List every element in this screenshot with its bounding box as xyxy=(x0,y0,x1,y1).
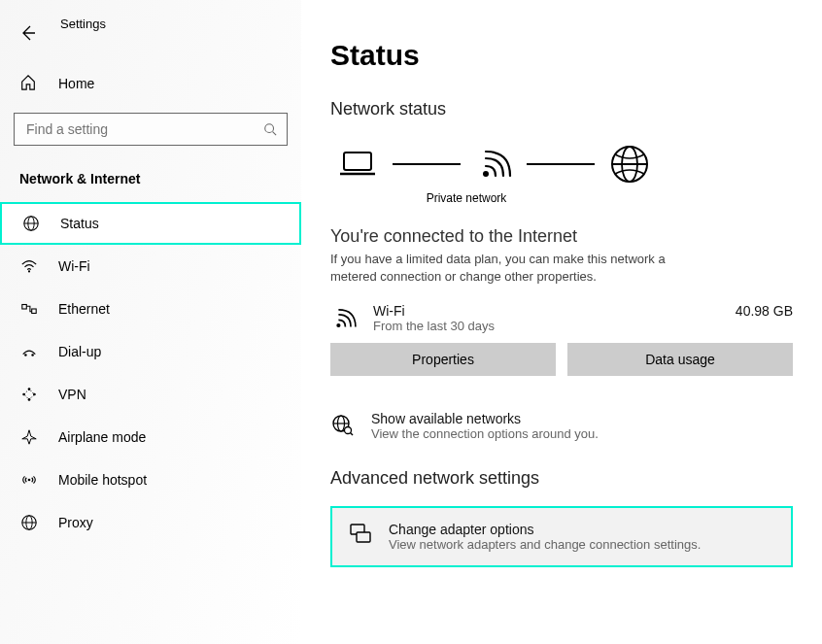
show-networks-title: Show available networks xyxy=(371,411,599,426)
connection-name: Wi-Fi xyxy=(373,303,720,319)
svg-line-28 xyxy=(351,433,354,436)
svg-point-0 xyxy=(265,124,274,133)
sidebar-item-vpn[interactable]: VPN xyxy=(0,373,301,416)
svg-point-5 xyxy=(28,270,30,272)
search-input[interactable] xyxy=(24,120,263,138)
show-networks-desc: View the connection options around you. xyxy=(371,426,599,441)
properties-button[interactable]: Properties xyxy=(330,343,556,376)
diagram-line xyxy=(527,163,595,165)
hotspot-icon xyxy=(19,470,39,490)
sidebar-item-wifi[interactable]: Wi-Fi xyxy=(0,245,301,288)
proxy-icon xyxy=(19,513,39,532)
svg-rect-30 xyxy=(357,532,370,542)
svg-point-14 xyxy=(28,479,31,482)
svg-point-19 xyxy=(483,171,489,177)
ethernet-icon xyxy=(19,299,39,319)
main-content: Status Network status Private network Yo… xyxy=(301,0,822,644)
wifi-signal-icon xyxy=(330,305,358,332)
globe-large-icon xyxy=(608,143,651,186)
sidebar-item-proxy[interactable]: Proxy xyxy=(0,501,301,544)
search-icon xyxy=(263,122,277,136)
change-adapter-card[interactable]: Change adapter options View network adap… xyxy=(330,506,793,567)
laptop-icon xyxy=(336,143,379,186)
svg-point-8 xyxy=(24,354,27,356)
wifi-signal-icon xyxy=(474,145,513,184)
data-usage-button-label: Data usage xyxy=(645,352,715,367)
connection-row: Wi-Fi From the last 30 days 40.98 GB xyxy=(330,303,793,333)
svg-point-23 xyxy=(336,323,340,327)
network-diagram xyxy=(336,143,793,186)
sidebar-item-hotspot[interactable]: Mobile hotspot xyxy=(0,458,301,501)
sidebar-item-ethernet[interactable]: Ethernet xyxy=(0,288,301,330)
connection-subtext: From the last 30 days xyxy=(373,319,720,333)
diagram-line xyxy=(393,163,461,165)
globe-search-icon xyxy=(330,413,354,436)
globe-icon xyxy=(21,214,41,233)
home-nav[interactable]: Home xyxy=(0,62,301,105)
sidebar-section-header: Network & Internet xyxy=(0,161,301,202)
home-icon xyxy=(19,74,39,93)
airplane-icon xyxy=(19,427,39,447)
svg-point-27 xyxy=(345,427,352,434)
back-button[interactable] xyxy=(12,17,43,49)
properties-button-label: Properties xyxy=(412,352,474,367)
page-title: Status xyxy=(330,39,793,72)
sidebar-item-dialup[interactable]: Dial-up xyxy=(0,330,301,373)
advanced-heading: Advanced network settings xyxy=(330,468,793,489)
data-usage-button[interactable]: Data usage xyxy=(567,343,793,376)
adapter-title: Change adapter options xyxy=(389,522,701,537)
svg-rect-18 xyxy=(344,153,371,170)
connection-usage: 40.98 GB xyxy=(736,303,793,319)
sidebar-item-airplane[interactable]: Airplane mode xyxy=(0,416,301,458)
sidebar-item-status[interactable]: Status xyxy=(0,202,301,245)
show-networks-link[interactable]: Show available networks View the connect… xyxy=(330,411,793,441)
search-box[interactable] xyxy=(14,113,288,146)
dialup-icon xyxy=(19,342,39,361)
svg-point-9 xyxy=(31,354,34,356)
svg-line-1 xyxy=(273,132,277,136)
sidebar-item-label: Airplane mode xyxy=(58,429,146,445)
sidebar-item-label: Mobile hotspot xyxy=(58,472,147,488)
connected-heading: You're connected to the Internet xyxy=(330,226,793,247)
sidebar-item-label: Proxy xyxy=(58,515,93,530)
sidebar-item-label: Ethernet xyxy=(58,301,110,317)
adapter-icon xyxy=(348,522,371,545)
svg-rect-7 xyxy=(32,309,37,314)
app-title: Settings xyxy=(60,17,106,31)
diagram-caption: Private network xyxy=(330,191,602,205)
sidebar-item-label: Wi-Fi xyxy=(58,258,90,274)
sidebar-item-label: VPN xyxy=(58,387,86,402)
connected-description: If you have a limited data plan, you can… xyxy=(330,251,700,286)
vpn-icon xyxy=(19,385,39,404)
network-status-heading: Network status xyxy=(330,99,793,119)
adapter-desc: View network adapters and change connect… xyxy=(389,537,701,552)
svg-rect-6 xyxy=(22,305,27,310)
sidebar-item-label: Status xyxy=(60,216,99,231)
arrow-left-icon xyxy=(18,24,36,42)
sidebar: Settings Home Network & Internet Status xyxy=(0,0,301,644)
home-label: Home xyxy=(58,76,94,91)
wifi-icon xyxy=(19,256,39,276)
sidebar-item-label: Dial-up xyxy=(58,344,101,359)
